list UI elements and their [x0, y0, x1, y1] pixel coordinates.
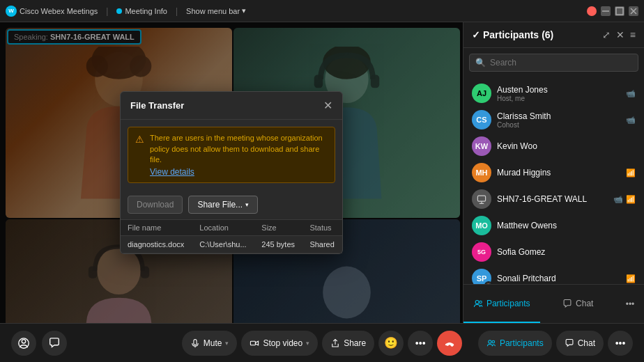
- participant-name-clarissa-smith: Clarissa Smith: [497, 111, 620, 121]
- window-x-btn[interactable]: [629, 6, 638, 16]
- participant-item-sonali-pritchard[interactable]: SP 📱 Sonali Pritchard 📶: [463, 265, 644, 284]
- participant-item-austen-jones[interactable]: AJ Austen Jones Host, me 📹: [463, 80, 644, 107]
- participant-item-sofia-gomez[interactable]: 5G Sofia Gomez: [463, 239, 644, 265]
- more-icon: •••: [626, 299, 635, 309]
- participant-name-kevin-woo: Kevin Woo: [497, 141, 630, 151]
- mute-button[interactable]: Mute ▾: [182, 331, 238, 356]
- participant-icons-sonali: 📶: [626, 274, 636, 283]
- col-location: Location: [192, 219, 254, 235]
- share-label: Share: [344, 338, 366, 348]
- tab-more-btn[interactable]: •••: [616, 285, 644, 323]
- share-file-button[interactable]: Share File... ▾: [188, 196, 258, 214]
- signal-icon-sonali: 📶: [626, 274, 636, 283]
- participant-info-kevin-woo: Kevin Woo: [497, 141, 630, 151]
- participant-icons-murad: 📶: [626, 168, 636, 178]
- chat-btn-label: Chat: [578, 338, 595, 348]
- mute-icon: [190, 338, 200, 348]
- participants-count: (6): [542, 29, 553, 40]
- tab-participants[interactable]: Participants: [463, 285, 540, 323]
- panel-close-btn[interactable]: ✕: [616, 29, 624, 40]
- participants-panel-button[interactable]: Participants: [478, 331, 552, 356]
- participant-icons-austen: 📹: [626, 89, 636, 98]
- search-input[interactable]: [490, 58, 632, 68]
- view-details-link[interactable]: View details: [150, 167, 328, 177]
- participant-name-matthew-owens: Matthew Owens: [497, 221, 630, 230]
- warning-text: There are users in the meeting whose org…: [150, 134, 323, 164]
- participant-info-sonali-pritchard: Sonali Pritchard: [497, 274, 620, 283]
- avatar-clarissa-smith: CS: [472, 110, 491, 129]
- svg-point-24: [480, 301, 482, 304]
- panel-menu-btn[interactable]: ≡: [630, 29, 636, 40]
- file-transfer-table: File name Location Size Status diagnosti…: [121, 219, 342, 253]
- toolbar-more-btn[interactable]: •••: [608, 331, 633, 356]
- toolbar-left: [11, 331, 67, 356]
- participant-item-kevin-woo[interactable]: KW Kevin Woo: [463, 133, 644, 159]
- panel-bottom-tabs: Participants Chat •••: [463, 284, 644, 323]
- chat-icon-button[interactable]: [42, 331, 67, 356]
- signal-icon-great-wall: 📶: [626, 195, 636, 204]
- participants-panel: ✓ Participants (6) ⤢ ✕ ≡ 🔍 AJ Austen Jon…: [463, 22, 644, 323]
- participant-info-matthew-owens: Matthew Owens: [497, 221, 630, 230]
- col-size: Size: [254, 219, 302, 235]
- participants-tab-icon: [473, 299, 483, 308]
- tab-chat[interactable]: Chat: [540, 285, 617, 323]
- phone-badge-sonali: 📱: [484, 281, 493, 284]
- file-size-cell: 245 bytes: [254, 235, 302, 253]
- participant-info-great-wall: SHN7-16-GREAT WALL: [497, 194, 608, 204]
- title-bar: W Cisco Webex Meetings | Meeting Info | …: [0, 0, 644, 22]
- window-close-btn[interactable]: [587, 6, 597, 16]
- share-chevron-icon: ▾: [245, 201, 249, 208]
- share-button[interactable]: Share: [322, 331, 374, 356]
- avatar-sofia-gomez: 5G: [472, 242, 491, 262]
- webex-logo-icon: W: [6, 6, 17, 17]
- panel-popout-btn[interactable]: ⤢: [602, 29, 611, 40]
- file-transfer-warning: ⚠ There are users in the meeting whose o…: [128, 127, 335, 182]
- modal-close-button[interactable]: ✕: [323, 99, 332, 112]
- emoji-button[interactable]: 🙂: [378, 331, 404, 356]
- app-logo: W Cisco Webex Meetings: [6, 6, 98, 17]
- avatar-murad-higgins: MH: [472, 163, 491, 182]
- window-min-btn[interactable]: [601, 6, 611, 16]
- share-icon: [330, 338, 340, 348]
- chat-icon: [48, 337, 61, 349]
- participant-item-clarissa-smith[interactable]: CS Clarissa Smith Cohost 📹: [463, 107, 644, 133]
- chat-panel-button[interactable]: Chat: [556, 331, 604, 356]
- participant-item-murad-higgins[interactable]: MH Murad Higgins 📶: [463, 159, 644, 186]
- participants-title: ✓: [472, 29, 480, 40]
- file-transfer-modal: File Transfer ✕ ⚠ There are users in the…: [120, 91, 343, 253]
- video-icon: [250, 338, 259, 348]
- toolbar-more-icon: •••: [615, 338, 626, 349]
- bottom-toolbar: Mute ▾ Stop video ▾ Share 🙂 •••: [0, 323, 644, 362]
- avatar-sonali-pritchard: SP 📱: [472, 269, 491, 284]
- home-button[interactable]: [11, 331, 36, 356]
- participant-icons-great-wall: 📹 📶: [613, 195, 636, 204]
- mute-label: Mute: [204, 338, 222, 348]
- svg-point-29: [489, 340, 491, 343]
- participant-name-murad-higgins: Murad Higgins: [497, 168, 620, 178]
- file-status-cell: Shared: [302, 235, 342, 253]
- participant-name-sofia-gomez: Sofia Gomez: [497, 247, 630, 257]
- stop-video-button[interactable]: Stop video ▾: [241, 331, 318, 356]
- show-menu-btn[interactable]: Show menu bar ▾: [186, 6, 246, 15]
- meeting-info-btn[interactable]: Meeting Info: [116, 7, 167, 15]
- chevron-down-icon: ▾: [242, 6, 246, 15]
- chat-tab-icon: [562, 299, 572, 308]
- svg-point-23: [475, 300, 479, 304]
- more-options-button[interactable]: •••: [408, 331, 433, 356]
- participant-role-clarissa-smith: Cohost: [497, 121, 620, 129]
- divider: |: [106, 6, 108, 16]
- panel-title: ✓ Participants (6): [472, 29, 553, 40]
- toolbar-center: Mute ▾ Stop video ▾ Share 🙂 •••: [182, 331, 462, 356]
- svg-rect-20: [477, 196, 485, 201]
- participant-item-matthew-owens[interactable]: MO Matthew Owens: [463, 212, 644, 239]
- col-status: Status: [302, 219, 342, 235]
- svg-point-26: [22, 339, 25, 343]
- end-call-button[interactable]: [437, 331, 462, 356]
- col-filename: File name: [121, 219, 192, 235]
- download-button: Download: [128, 196, 183, 214]
- video-icon-austen: 📹: [626, 89, 636, 98]
- participant-item-great-wall[interactable]: SHN7-16-GREAT WALL 📹 📶: [463, 186, 644, 212]
- participants-btn-label: Participants: [500, 338, 544, 348]
- search-icon: 🔍: [475, 58, 486, 68]
- window-max-btn[interactable]: [615, 6, 624, 16]
